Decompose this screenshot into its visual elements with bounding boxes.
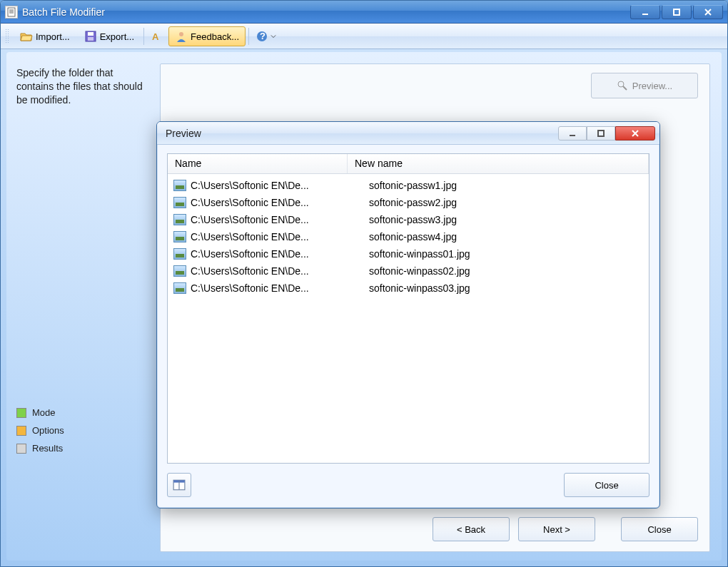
feedback-label: Feedback... [191,31,239,42]
dialog-maximize-button[interactable] [587,126,615,141]
preview-label: Preview... [632,81,672,91]
dialog-listview[interactable]: Name New name C:\Users\Softonic EN\De...… [167,153,649,464]
dialog-titlebar[interactable]: Preview [157,122,659,145]
cell-name: C:\Users\Softonic EN\De... [191,214,359,225]
cell-newname: softonic-winpass02.jpg [359,265,470,277]
svg-rect-10 [88,37,93,41]
next-button[interactable]: Next > [518,517,595,541]
image-file-icon [173,265,186,277]
cell-newname: softonic-passw1.jpg [359,180,457,191]
svg-rect-0 [8,8,15,16]
cell-name: C:\Users\Softonic EN\De... [191,248,359,260]
square-icon [16,444,26,454]
nav-list: Mode Options Results [16,407,64,454]
col-newname[interactable]: New name [348,154,649,173]
export-label: Export... [100,31,134,42]
svg-text:A: A [152,31,159,42]
cell-newname: softonic-winpass03.jpg [359,282,470,294]
preview-dialog: Preview Name New name C:\Users\Softonic … [156,121,660,509]
nav-results[interactable]: Results [16,443,64,454]
close-button[interactable]: Close [621,517,698,541]
image-file-icon [173,282,186,294]
floppy-icon [84,30,97,43]
maximize-button[interactable] [662,5,692,19]
square-icon [16,408,26,418]
cell-name: C:\Users\Softonic EN\De... [191,265,359,277]
toolbar: Import... Export... A Feedback... ? [1,24,727,49]
choose-columns-button[interactable] [167,473,191,497]
table-row[interactable]: C:\Users\Softonic EN\De...softonic-winpa… [168,280,649,297]
image-file-icon [173,248,186,260]
wizard-footer: < Back Next > Close [433,517,698,541]
dialog-title: Preview [166,128,201,139]
nav-label: Options [32,425,64,436]
font-icon: A [151,30,163,43]
export-button[interactable]: Export... [78,26,141,46]
col-name[interactable]: Name [168,154,348,173]
chevron-down-icon [270,34,277,39]
help-button[interactable]: ? [252,26,280,46]
cell-newname: softonic-passw2.jpg [359,197,457,208]
toolbar-grip [5,29,9,44]
image-file-icon [173,180,186,191]
svg-text:?: ? [260,31,266,41]
nav-mode[interactable]: Mode [16,407,64,418]
svg-rect-5 [674,9,679,15]
titlebar[interactable]: Batch File Modifier [1,1,727,24]
table-row[interactable]: C:\Users\Softonic EN\De...softonic-winpa… [168,262,649,280]
cell-name: C:\Users\Softonic EN\De... [191,197,359,208]
window-title: Batch File Modifier [22,6,105,18]
feedback-button[interactable]: Feedback... [168,26,246,46]
svg-point-15 [618,81,624,87]
square-icon [16,426,26,436]
cell-name: C:\Users\Softonic EN\De... [191,231,359,242]
import-label: Import... [36,31,70,42]
table-row[interactable]: C:\Users\Softonic EN\De...softonic-passw… [168,228,649,245]
dialog-footer: Close [167,471,649,499]
nav-label: Results [32,443,63,454]
app-icon [5,6,18,19]
left-panel: Specify the folder that contains the fil… [6,52,160,561]
import-button[interactable]: Import... [14,26,76,46]
dialog-close-button[interactable] [615,126,655,141]
help-icon: ? [256,30,268,43]
list-header: Name New name [168,154,649,174]
back-button[interactable]: < Back [433,517,510,541]
svg-point-12 [179,32,183,36]
cell-newname: softonic-passw3.jpg [359,214,457,225]
minimize-button[interactable] [630,5,660,19]
columns-icon [173,479,186,491]
svg-rect-9 [88,32,93,36]
dialog-close-footer-button[interactable]: Close [564,473,649,497]
folder-open-icon [20,30,33,43]
image-file-icon [173,231,186,242]
nav-options[interactable]: Options [16,425,64,436]
table-row[interactable]: C:\Users\Softonic EN\De...softonic-passw… [168,211,649,228]
cell-name: C:\Users\Softonic EN\De... [191,282,359,294]
magnifier-icon [617,80,628,91]
table-row[interactable]: C:\Users\Softonic EN\De...softonic-passw… [168,177,649,194]
preview-button: Preview... [591,73,698,98]
list-rows: C:\Users\Softonic EN\De...softonic-passw… [168,174,649,300]
table-row[interactable]: C:\Users\Softonic EN\De...softonic-passw… [168,194,649,211]
table-row[interactable]: C:\Users\Softonic EN\De...softonic-winpa… [168,245,649,262]
cell-name: C:\Users\Softonic EN\De... [191,180,359,191]
svg-rect-18 [598,131,604,136]
nav-label: Mode [32,407,56,418]
person-icon [175,30,188,43]
dialog-minimize-button[interactable] [558,126,587,141]
cell-newname: softonic-passw4.jpg [359,231,457,242]
toolbar-separator [143,28,144,45]
image-file-icon [173,197,186,208]
hint-text: Specify the folder that contains the fil… [16,66,150,107]
toolbar-separator [248,28,249,45]
font-button[interactable]: A [147,26,167,46]
close-button[interactable] [693,5,723,19]
svg-line-16 [623,86,627,90]
cell-newname: softonic-winpass01.jpg [359,248,470,260]
image-file-icon [173,214,186,225]
